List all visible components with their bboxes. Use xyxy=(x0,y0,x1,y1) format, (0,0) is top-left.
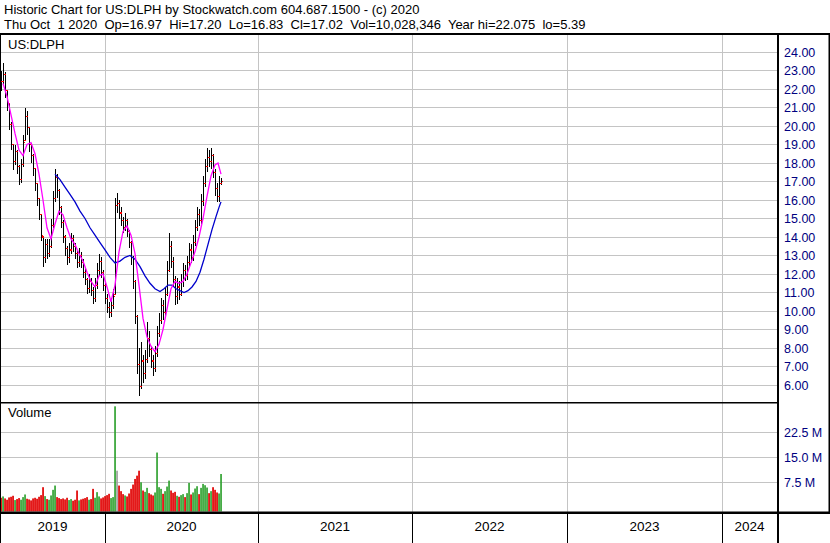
svg-text:15.0 M: 15.0 M xyxy=(784,451,822,465)
svg-text:24.00: 24.00 xyxy=(784,46,815,60)
svg-text:22.5 M: 22.5 M xyxy=(784,426,822,440)
price-gridlines xyxy=(1,52,777,385)
svg-text:19.00: 19.00 xyxy=(784,138,815,152)
svg-text:9.00: 9.00 xyxy=(784,323,808,337)
svg-text:13.00: 13.00 xyxy=(784,249,815,263)
volume-axis-labels: 22.5 M15.0 M7.5 M xyxy=(784,426,822,490)
svg-text:2020: 2020 xyxy=(166,519,196,534)
svg-text:23.00: 23.00 xyxy=(784,64,815,78)
svg-text:12.00: 12.00 xyxy=(784,268,815,282)
stock-chart-window: Historic Chart for US:DLPH by Stockwatch… xyxy=(0,0,830,543)
svg-text:22.00: 22.00 xyxy=(784,83,815,97)
year-gridlines xyxy=(106,35,723,512)
svg-text:18.00: 18.00 xyxy=(784,157,815,171)
symbol-label: US:DLPH xyxy=(6,38,66,52)
svg-text:8.00: 8.00 xyxy=(784,342,808,356)
svg-text:2019: 2019 xyxy=(37,519,67,534)
svg-text:2022: 2022 xyxy=(474,519,504,534)
chart-borders xyxy=(0,33,830,543)
svg-text:7.00: 7.00 xyxy=(784,360,808,374)
year-axis-labels: 201920202021202220232024 xyxy=(37,519,765,534)
svg-text:21.00: 21.00 xyxy=(784,101,815,115)
svg-text:17.00: 17.00 xyxy=(784,175,815,189)
svg-text:20.00: 20.00 xyxy=(784,120,815,134)
svg-text:11.00: 11.00 xyxy=(784,286,814,300)
ohlc-bars xyxy=(0,63,223,396)
svg-text:2023: 2023 xyxy=(629,519,659,534)
svg-text:6.00: 6.00 xyxy=(784,379,808,393)
svg-text:2021: 2021 xyxy=(320,519,350,534)
price-axis-labels: 24.0023.0022.0021.0020.0019.0018.0017.00… xyxy=(784,46,815,393)
volume-bars xyxy=(0,406,222,511)
svg-text:14.00: 14.00 xyxy=(784,231,815,245)
svg-text:2024: 2024 xyxy=(734,519,765,534)
svg-text:7.5 M: 7.5 M xyxy=(784,476,815,490)
svg-text:15.00: 15.00 xyxy=(784,212,815,226)
svg-text:16.00: 16.00 xyxy=(784,194,815,208)
volume-panel-label: Volume xyxy=(6,406,53,420)
svg-text:10.00: 10.00 xyxy=(784,305,815,319)
chart-svg: 24.0023.0022.0021.0020.0019.0018.0017.00… xyxy=(0,0,830,543)
